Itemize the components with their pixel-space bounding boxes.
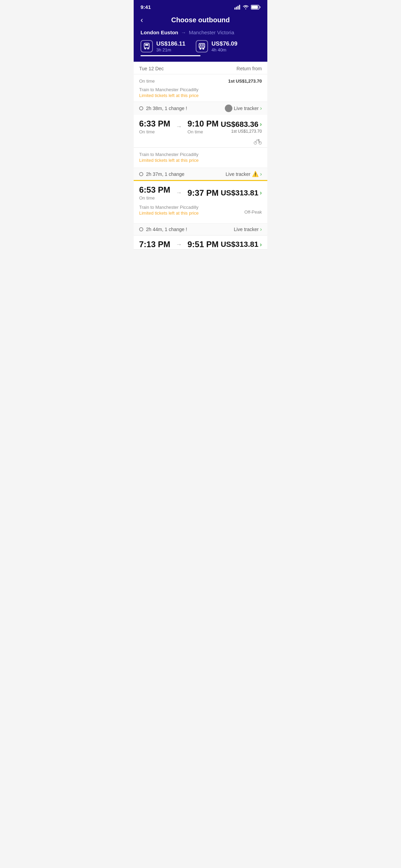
chevron-right-icon-3: › [260, 226, 262, 232]
train-option[interactable]: US$186.11 3h 21m [141, 40, 185, 52]
bus-svg [198, 43, 206, 50]
card2-meta[interactable]: 2h 37m, 1 change Live tracker ⚠️ › [134, 168, 267, 181]
train-card-2[interactable]: Train to Manchester Piccadilly Limited t… [134, 148, 267, 236]
card3-depart: 7:13 PM [139, 240, 170, 249]
card3-depart-time: 7:13 PM [139, 240, 170, 249]
green-chevron-icon-2: › [260, 189, 262, 196]
svg-point-17 [258, 140, 259, 141]
card1-price-block: US$683.36 › 1st US$1,273.70 [221, 120, 262, 134]
chevron-right-icon: › [260, 105, 262, 111]
back-button[interactable]: ‹ [141, 16, 143, 25]
header-top: ‹ Choose outbound [141, 16, 260, 24]
card3-price-value: US$313.81 [221, 240, 258, 249]
wifi-icon [243, 5, 249, 10]
page-title: Choose outbound [171, 16, 230, 24]
svg-rect-3 [239, 5, 240, 10]
time: 9:41 [141, 4, 151, 10]
card1-depart-time: 6:33 PM [139, 119, 170, 129]
svg-rect-5 [252, 5, 258, 9]
card2-top: Train to Manchester Piccadilly Limited t… [134, 148, 267, 168]
tab-indicator [141, 55, 200, 56]
svg-rect-11 [200, 45, 202, 46]
card2-meta-b[interactable]: 2h 44m, 1 change ! Live tracker › [134, 223, 267, 235]
svg-rect-2 [238, 6, 239, 10]
content-area: Tue 12 Dec Return from On time 1st US$1,… [134, 62, 267, 250]
card2-limited: Limited tickets left at this price [139, 158, 262, 163]
avatar-icon [225, 105, 232, 112]
card2-times: 6:53 PM On time → 9:37 PM US$313.81 › [134, 181, 267, 203]
card1-status-row: On time 1st US$1,273.70 [139, 79, 262, 84]
train-svg [143, 43, 150, 50]
times-arrow-icon-3: → [176, 241, 182, 248]
date-text: Tue 12 Dec [139, 66, 164, 71]
bus-info: US$76.09 4h 40m [211, 40, 238, 52]
train-info: US$186.11 3h 21m [156, 40, 185, 52]
card2-duration: 2h 37m, 1 change [139, 171, 184, 177]
card2-live-tracker-b[interactable]: Live tracker › [234, 226, 262, 232]
svg-point-8 [145, 48, 146, 50]
circle-dot-icon [139, 106, 143, 110]
route-origin: London Euston [141, 29, 178, 35]
card2-arrive-time: 9:37 PM [187, 188, 219, 198]
card1-meta[interactable]: 2h 38m, 1 change ! Live tracker › [134, 101, 267, 115]
route-arrow: → [181, 29, 186, 35]
train-card-1[interactable]: On time 1st US$1,273.70 Train to Manches… [134, 74, 267, 148]
card2-depart-status: On time [139, 195, 170, 201]
card1-price-class: 1st US$1,273.70 [221, 129, 262, 134]
circle-dot-icon-3 [139, 227, 143, 231]
card1-route-label: Train to Manchester Piccadilly [139, 87, 262, 92]
battery-icon [251, 5, 260, 10]
signal-icon [234, 5, 241, 10]
circle-dot-icon-2 [139, 172, 143, 176]
svg-point-14 [203, 48, 204, 49]
svg-rect-7 [145, 44, 148, 46]
card3-arrive: 9:51 PM [187, 240, 219, 249]
card1-arrive: 9:10 PM On time [187, 119, 219, 134]
train-icon [141, 40, 153, 52]
off-peak-badge: Off-Peak [244, 209, 262, 215]
train-duration: 3h 21m [156, 47, 185, 52]
card2-live-tracker[interactable]: Live tracker ⚠️ › [226, 171, 262, 177]
train-price: US$186.11 [156, 40, 185, 47]
card2-duration-b: 2h 44m, 1 change ! [139, 227, 187, 232]
svg-rect-1 [236, 7, 237, 10]
warning-icon: ⚠️ [252, 171, 259, 177]
card3-price: US$313.81 › [221, 240, 262, 249]
svg-point-13 [200, 48, 201, 49]
card2-arrive: 9:37 PM [187, 188, 219, 198]
card1-on-time: On time [139, 79, 155, 84]
route-row: London Euston → Manchester Victoria [141, 29, 260, 35]
card1-depart: 6:33 PM On time [139, 119, 170, 134]
route-destination: Manchester Victoria [189, 29, 234, 35]
svg-point-9 [147, 48, 149, 50]
svg-rect-12 [202, 45, 204, 46]
svg-rect-10 [199, 44, 205, 48]
card2-bottom: Train to Manchester Piccadilly Limited t… [134, 203, 267, 223]
bus-price: US$76.09 [211, 40, 238, 47]
green-chevron-icon: › [260, 121, 262, 128]
card3-arrive-time: 9:51 PM [187, 240, 219, 249]
card1-duration: 2h 38m, 1 change ! [139, 106, 187, 111]
card1-live-tracker[interactable]: Live tracker › [225, 105, 262, 112]
card2-depart: 6:53 PM On time [139, 185, 170, 201]
train-card-3-partial[interactable]: 7:13 PM → 9:51 PM US$313.81 › [134, 236, 267, 250]
card1-arrive-status: On time [187, 129, 219, 134]
card1-return-price: 1st US$1,273.70 [228, 79, 262, 84]
card2-depart-time: 6:53 PM [139, 185, 170, 195]
card2-route-label-b: Train to Manchester Piccadilly [139, 205, 198, 210]
transport-options: US$186.11 3h 21m US$76.09 4h 40m [141, 40, 260, 52]
status-bar: 9:41 [134, 0, 267, 13]
card1-route-section: Train to Manchester Piccadilly Limited t… [134, 87, 267, 98]
bus-option[interactable]: US$76.09 4h 40m [196, 40, 238, 52]
times-arrow-icon-2: → [176, 189, 182, 196]
bus-duration: 4h 40m [211, 47, 238, 52]
card2-limited-b: Limited tickets left at this price [139, 210, 198, 216]
card1-depart-status: On time [139, 129, 170, 134]
card2-price: US$313.81 › [221, 189, 262, 197]
card2-price-block: US$313.81 › [221, 189, 262, 197]
card2-route-label: Train to Manchester Piccadilly [139, 152, 262, 157]
header: ‹ Choose outbound London Euston → Manche… [134, 13, 267, 62]
status-icons [234, 5, 260, 10]
card1-top: On time 1st US$1,273.70 [134, 74, 267, 87]
card1-arrive-time: 9:10 PM [187, 119, 219, 129]
